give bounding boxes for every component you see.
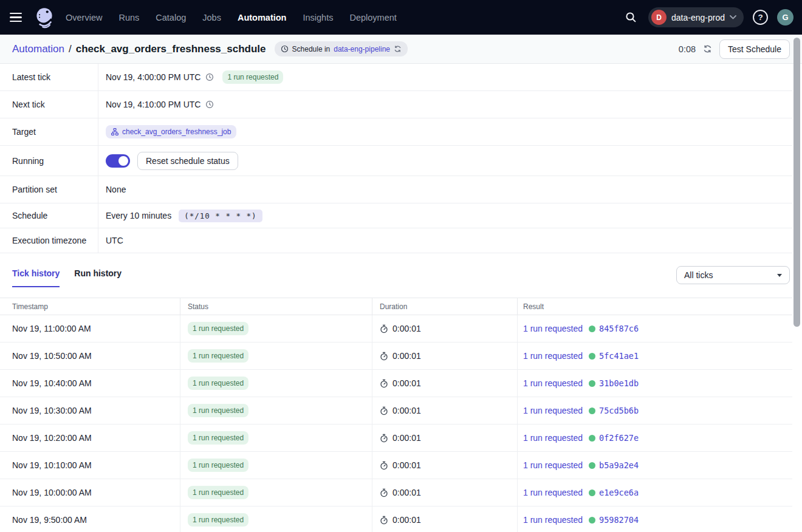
nav-item-insights[interactable]: Insights [303, 13, 333, 22]
ticks-filter-value: All ticks [684, 270, 713, 280]
tick-duration: 0:00:01 [392, 433, 421, 443]
table-row: Nov 19, 10:40:00 AM 1 run requested 0:00… [0, 370, 792, 397]
tick-result-link[interactable]: 1 run requested [523, 324, 583, 333]
ticks-filter-select[interactable]: All ticks [676, 266, 790, 284]
nav-item-runs[interactable]: Runs [118, 13, 139, 22]
nav-items: OverviewRunsCatalogJobsAutomationInsight… [66, 13, 397, 22]
help-icon[interactable]: ? [753, 10, 768, 25]
tick-status-badge: 1 run requested [188, 377, 248, 390]
run-link[interactable]: 31b0e1db [589, 378, 639, 388]
run-link[interactable]: 75cd5b6b [589, 406, 639, 415]
tick-result-link[interactable]: 1 run requested [523, 433, 583, 443]
tick-table-body: Nov 19, 11:00:00 AM 1 run requested 0:00… [0, 315, 792, 532]
run-id: 0f2f627e [599, 433, 639, 443]
execution-timezone-value: UTC [106, 236, 123, 245]
table-row: Nov 19, 10:50:00 AM 1 run requested 0:00… [0, 343, 792, 370]
column-header-result: Result [518, 298, 792, 315]
tick-timestamp: Nov 19, 10:50:00 AM [12, 351, 92, 361]
dagster-logo-icon[interactable] [33, 6, 56, 29]
stopwatch-icon [380, 434, 388, 443]
refresh-icon[interactable] [703, 44, 712, 53]
run-status-dot [589, 408, 595, 414]
breadcrumb-automation-link[interactable]: Automation [12, 43, 64, 55]
tick-result-link[interactable]: 1 run requested [523, 488, 583, 497]
run-id: 95982704 [599, 515, 639, 525]
column-header-duration: Duration [372, 298, 518, 315]
deployment-name: data-eng-prod [671, 13, 725, 22]
table-row: Nov 19, 11:00:00 AM 1 run requested 0:00… [0, 315, 792, 343]
tick-duration: 0:00:01 [392, 515, 421, 525]
tick-result-link[interactable]: 1 run requested [523, 406, 583, 415]
tick-timestamp: Nov 19, 9:50:00 AM [12, 515, 87, 525]
column-header-status: Status [180, 298, 372, 315]
page-title: check_avg_orders_freshness_schdule [76, 43, 266, 55]
run-id: e1e9ce6a [599, 488, 639, 497]
clock-icon [205, 73, 214, 81]
tick-result-link[interactable]: 1 run requested [523, 460, 583, 470]
target-job-link[interactable]: check_avg_orders_freshness_job [106, 125, 236, 138]
run-link[interactable]: 0f2f627e [589, 433, 639, 443]
tick-status-badge: 1 run requested [188, 513, 248, 527]
refresh-countdown: 0:08 [679, 44, 696, 54]
menu-icon[interactable] [10, 13, 24, 22]
tick-status-badge: 1 run requested [188, 459, 248, 472]
running-label: Running [0, 146, 98, 176]
tick-result-link[interactable]: 1 run requested [523, 378, 583, 388]
run-status-dot [589, 326, 595, 332]
nav-item-automation[interactable]: Automation [238, 13, 287, 22]
run-link[interactable]: 5fc41ae1 [589, 351, 639, 361]
run-status-dot [589, 489, 595, 496]
reload-location-icon[interactable] [394, 45, 402, 53]
run-link[interactable]: 95982704 [589, 515, 639, 525]
tab-run-history[interactable]: Run history [74, 268, 122, 287]
header-actions: 0:08 Test Schedule [679, 39, 790, 59]
tick-duration: 0:00:01 [392, 351, 421, 361]
deployment-badge: D [651, 10, 667, 25]
tick-result-link[interactable]: 1 run requested [523, 515, 583, 525]
vertical-scrollbar-thumb[interactable] [793, 38, 800, 327]
tick-timestamp: Nov 19, 10:00:00 AM [12, 488, 92, 497]
partition-set-value: None [106, 185, 126, 194]
table-row: Nov 19, 10:00:00 AM 1 run requested 0:00… [0, 479, 792, 506]
chevron-down-icon [730, 15, 736, 19]
breadcrumb-separator: / [69, 43, 72, 55]
run-link[interactable]: 845f87c6 [589, 324, 639, 333]
stopwatch-icon [380, 461, 388, 470]
tab-tick-history[interactable]: Tick history [12, 268, 60, 287]
tick-timestamp: Nov 19, 10:20:00 AM [12, 433, 92, 443]
schedule-in-label: Schedule in [292, 45, 331, 53]
run-link[interactable]: b5a9a2e4 [589, 460, 639, 470]
run-id: 5fc41ae1 [599, 351, 639, 361]
tick-duration: 0:00:01 [392, 488, 421, 497]
reset-schedule-status-button[interactable]: Reset schedule status [137, 152, 238, 170]
tick-result-link[interactable]: 1 run requested [523, 351, 583, 361]
run-id: 845f87c6 [599, 324, 639, 333]
run-link[interactable]: e1e9ce6a [589, 488, 639, 497]
table-header: Timestamp Status Duration Result [0, 298, 792, 315]
tick-timestamp: Nov 19, 10:30:00 AM [12, 406, 92, 415]
schedule-description: Every 10 minutes [106, 211, 171, 220]
tick-history-table: Timestamp Status Duration Result Nov 19,… [0, 298, 792, 532]
running-toggle[interactable] [106, 154, 130, 168]
nav-item-deployment[interactable]: Deployment [349, 13, 396, 22]
nav-item-overview[interactable]: Overview [66, 13, 102, 22]
deployment-switcher[interactable]: D data-eng-prod [648, 7, 744, 27]
pipeline-link[interactable]: data-eng-pipeline [334, 45, 390, 53]
stopwatch-icon [380, 516, 388, 525]
user-avatar[interactable]: G [777, 9, 793, 26]
test-schedule-button[interactable]: Test Schedule [719, 39, 790, 59]
nav-right: D data-eng-prod ? G [622, 7, 793, 27]
nav-item-catalog[interactable]: Catalog [156, 13, 186, 22]
caret-down-icon [777, 274, 782, 277]
job-icon [111, 128, 118, 135]
detail-row-schedule: Schedule Every 10 minutes (*/10 * * * *) [0, 203, 792, 228]
clock-icon [205, 100, 214, 109]
tick-duration: 0:00:01 [392, 324, 421, 333]
target-label: Target [0, 118, 98, 145]
tick-status-badge: 1 run requested [188, 486, 248, 499]
clock-icon [281, 45, 289, 53]
latest-tick-time: Nov 19, 4:00:00 PM UTC [106, 72, 200, 82]
search-icon[interactable] [622, 9, 639, 26]
nav-item-jobs[interactable]: Jobs [202, 13, 221, 22]
latest-tick-status-badge: 1 run requested [222, 70, 283, 84]
